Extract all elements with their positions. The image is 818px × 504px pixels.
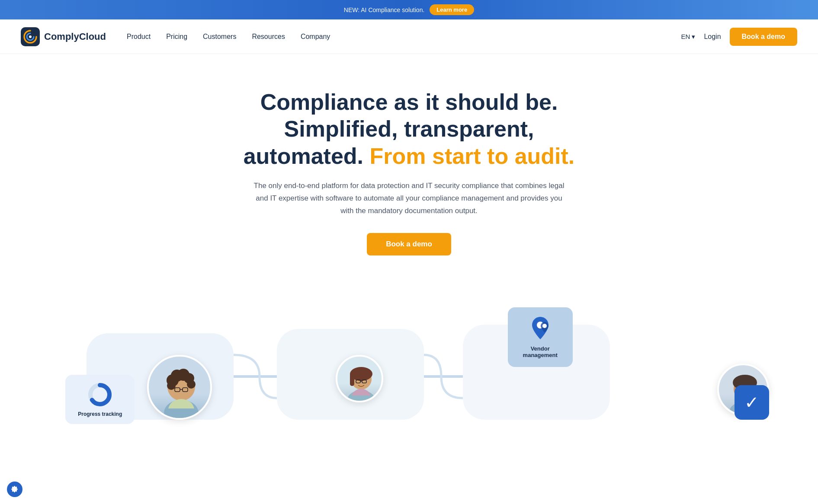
nav-item-product[interactable]: Product (127, 33, 151, 41)
nav-item-pricing[interactable]: Pricing (166, 33, 187, 41)
language-selector[interactable]: EN ▾ (681, 33, 696, 41)
avatar-center (336, 355, 383, 402)
nav-links: Product Pricing Customers Resources Comp… (127, 33, 330, 41)
vendor-card-label: Vendor management (518, 345, 562, 358)
navbar-right: EN ▾ Login Book a demo (681, 28, 797, 46)
illustration-area: Progress tracking Vendor management ✓ (0, 290, 818, 428)
donut-chart-icon (87, 382, 113, 408)
announcement-banner: NEW: AI Compliance solution. Learn more (0, 0, 818, 19)
nav-item-resources[interactable]: Resources (252, 33, 285, 41)
nav-item-company[interactable]: Company (301, 33, 330, 41)
book-demo-button-hero[interactable]: Book a demo (367, 233, 451, 255)
svg-point-12 (167, 381, 176, 390)
svg-point-1 (29, 35, 32, 38)
hero-section: Compliance as it should be. Simplified, … (215, 54, 604, 273)
hero-headline-highlight: From start to audit. (370, 144, 575, 169)
learn-more-button[interactable]: Learn more (430, 4, 474, 15)
chevron-down-icon: ▾ (692, 33, 695, 41)
vendor-pin-icon (529, 316, 551, 342)
vendor-management-card: Vendor management (508, 307, 573, 367)
login-link[interactable]: Login (704, 33, 721, 41)
logo[interactable]: ComplyCloud (21, 27, 106, 46)
progress-card-label: Progress tracking (78, 411, 122, 417)
banner-text: NEW: AI Compliance solution. (344, 6, 425, 13)
hero-description: The only end-to-end platform for data pr… (249, 180, 569, 217)
progress-tracking-card: Progress tracking (65, 375, 135, 424)
book-demo-button-nav[interactable]: Book a demo (730, 28, 797, 46)
lang-label: EN (681, 33, 690, 40)
checkmark-icon: ✓ (744, 392, 759, 412)
svg-point-11 (187, 380, 196, 389)
navbar: ComplyCloud Product Pricing Customers Re… (0, 19, 818, 54)
nav-item-customers[interactable]: Customers (203, 33, 236, 41)
svg-rect-19 (350, 373, 354, 386)
location-pin-icon (529, 316, 551, 342)
navbar-left: ComplyCloud Product Pricing Customers Re… (21, 27, 330, 46)
svg-point-32 (542, 324, 547, 328)
check-card: ✓ (735, 385, 769, 420)
logo-icon (21, 27, 40, 46)
avatar-left (147, 355, 212, 420)
hero-headline: Compliance as it should be. Simplified, … (223, 89, 595, 169)
logo-text: ComplyCloud (44, 31, 106, 42)
